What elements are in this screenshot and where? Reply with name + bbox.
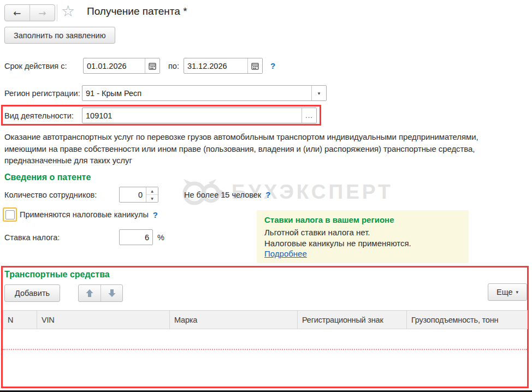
region-combobox: 91 - Крым Респ ▾ — [82, 85, 327, 101]
period-row: Срок действия с: 01.01.2026 по: 31.12.20… — [4, 58, 275, 74]
region-value[interactable]: 91 - Крым Респ — [82, 86, 311, 100]
ellipsis-button[interactable]: ... — [302, 108, 316, 123]
arrow-up-icon — [85, 289, 94, 298]
employees-value[interactable]: 0 — [120, 187, 146, 202]
region-info-line2: Налоговые каникулы не применяются. — [264, 238, 461, 249]
more-button-label: Еще — [496, 288, 513, 296]
column-header-regplate[interactable]: Регистрационный знак — [298, 311, 407, 329]
add-vehicle-button[interactable]: Добавить — [4, 284, 60, 302]
favorite-star-icon[interactable]: ☆ — [61, 2, 75, 20]
chevron-down-icon: ▾ — [516, 289, 518, 295]
employees-help-icon[interactable]: ? — [265, 190, 270, 199]
nav-separator — [57, 4, 57, 21]
activity-field: 109101 ... — [82, 108, 317, 123]
annotation-dashed-line — [3, 349, 527, 350]
employees-label: Количество сотрудников: — [4, 191, 119, 199]
checkbox-box — [5, 210, 15, 219]
nav-button-group: ← → — [4, 4, 55, 21]
back-button[interactable]: ← — [5, 5, 30, 21]
column-header-capacity[interactable]: Грузоподъемность, тонн — [407, 311, 528, 329]
forward-button[interactable]: → — [30, 5, 55, 21]
employees-row: Количество сотрудников: 0 ▲ ▼ Не более 1… — [4, 187, 270, 203]
date-from-value[interactable]: 01.01.2026 — [84, 58, 145, 73]
activity-row: Вид деятельности: 109101 ... — [4, 108, 317, 123]
arrow-down-icon — [108, 289, 116, 298]
tax-holidays-help-icon[interactable]: ? — [153, 210, 158, 219]
vehicles-table-header-row: N VIN Марка Регистрационный знак Грузопо… — [3, 311, 528, 329]
vehicles-table: N VIN Марка Регистрационный знак Грузопо… — [3, 310, 528, 329]
tax-rate-label: Ставка налога: — [4, 233, 119, 242]
patent-info-heading: Сведения о патенте — [4, 173, 91, 182]
region-row: Регион регистрации: 91 - Крым Респ ▾ — [4, 85, 327, 101]
activity-value[interactable]: 109101 — [82, 108, 302, 123]
vehicles-heading: Транспортные средства — [4, 270, 110, 280]
chevron-down-icon[interactable]: ▾ — [311, 86, 326, 100]
move-down-button[interactable] — [101, 285, 122, 301]
tax-rate-field: 6 — [119, 229, 153, 245]
region-info-box: Ставки налога в вашем регионе Льготной с… — [257, 210, 469, 263]
fill-by-application-button[interactable]: Заполнить по заявлению — [4, 27, 115, 44]
spinner-buttons: ▲ ▼ — [146, 187, 158, 202]
tax-rate-value[interactable]: 6 — [120, 230, 152, 245]
date-to-field: 31.12.2026 — [184, 58, 263, 74]
details-link[interactable]: Подробнее — [264, 249, 307, 258]
tax-rate-unit: % — [157, 233, 164, 242]
tax-holidays-label: Применяются налоговые каникулы — [20, 210, 149, 219]
move-up-button[interactable] — [79, 285, 101, 301]
column-header-brand[interactable]: Марка — [170, 311, 298, 329]
more-button[interactable]: Еще ▾ — [488, 283, 527, 301]
period-help-icon[interactable]: ? — [270, 61, 275, 70]
employees-stepper: 0 ▲ ▼ — [119, 187, 158, 203]
column-header-vin[interactable]: VIN — [37, 311, 170, 329]
activity-label: Вид деятельности: — [4, 111, 82, 120]
date-from-field: 01.01.2026 — [83, 58, 160, 74]
date-to-value[interactable]: 31.12.2026 — [184, 58, 247, 73]
calendar-icon[interactable] — [247, 58, 262, 73]
activity-description: Оказание автотранспортных услуг по перев… — [4, 131, 487, 167]
region-info-heading: Ставки налога в вашем регионе — [264, 215, 461, 224]
period-label: Срок действия с: — [4, 62, 83, 70]
patent-form-window: БУХЭКСПЕРТ ← → ☆ Получение патента * Зап… — [0, 0, 532, 392]
employees-hint: Не более 15 человек — [184, 191, 261, 199]
spinner-up-icon[interactable]: ▲ — [146, 187, 158, 195]
period-to-label: по: — [168, 62, 179, 70]
region-info-line1: Льготной ставки налога нет. — [264, 227, 461, 238]
calendar-icon[interactable] — [145, 58, 159, 73]
tax-rate-row: Ставка налога: 6 % — [4, 229, 164, 245]
region-label: Регион регистрации: — [4, 89, 82, 98]
reorder-button-group — [78, 284, 123, 302]
page-title: Получение патента * — [87, 5, 187, 17]
tax-holidays-row: Применяются налоговые каникулы ? — [3, 207, 158, 222]
spinner-down-icon[interactable]: ▼ — [146, 195, 158, 202]
column-header-number[interactable]: N — [3, 311, 37, 329]
tax-holidays-checkbox[interactable] — [3, 207, 17, 222]
